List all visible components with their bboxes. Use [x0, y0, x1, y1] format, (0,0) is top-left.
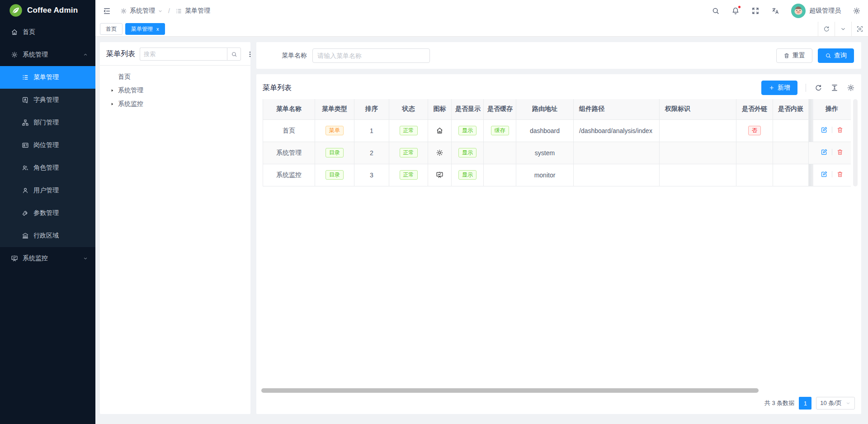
tree-search-input[interactable]	[140, 48, 227, 61]
sidebar-group-monitor[interactable]: 系统监控	[0, 247, 95, 270]
fixed-column-shadow	[809, 142, 813, 164]
wrench-icon	[22, 210, 29, 217]
sidebar-item-label: 岗位管理	[33, 141, 59, 149]
delete-icon[interactable]	[836, 126, 844, 133]
breadcrumb-item[interactable]: 系统管理	[130, 7, 155, 15]
sidebar-item-dept-mgmt[interactable]: 部门管理	[0, 111, 95, 134]
sidebar-item-dict-mgmt[interactable]: 字典管理	[0, 89, 95, 111]
tab-controls	[818, 22, 868, 36]
gear-icon	[436, 149, 443, 157]
horizontal-scrollbar-thumb[interactable]	[261, 388, 759, 393]
reset-button[interactable]: 重置	[776, 48, 812, 63]
settings-gear-icon[interactable]	[853, 7, 861, 15]
query-button[interactable]: 查询	[818, 48, 854, 63]
right-column: 菜单名称 重置 查询	[256, 42, 861, 414]
col-route-path: 路由地址	[516, 99, 574, 119]
delete-icon[interactable]	[836, 171, 844, 178]
notification-dot	[738, 5, 741, 9]
notification-bell-icon[interactable]	[731, 7, 740, 15]
menu-name-input[interactable]	[312, 48, 430, 63]
cell-icon	[428, 142, 452, 164]
action-divider	[832, 149, 832, 155]
cell-cache	[484, 164, 516, 186]
sidebar-item-label: 行政区域	[33, 232, 59, 240]
sidebar-item-post-mgmt[interactable]: 岗位管理	[0, 134, 95, 157]
tree-node-monitor[interactable]: 系统监控	[103, 97, 248, 111]
add-button[interactable]: 新增	[761, 81, 797, 95]
cell-route-path: monitor	[516, 164, 574, 186]
user-name: 超级管理员	[809, 7, 841, 15]
chevron-down-icon	[845, 400, 851, 406]
tree-search	[140, 48, 241, 61]
id-card-icon	[22, 142, 29, 149]
cell-visible: 显示	[452, 119, 484, 142]
edit-icon[interactable]	[821, 148, 828, 156]
plus-icon	[769, 85, 775, 91]
sidebar-group-label: 系统管理	[23, 51, 48, 59]
sidebar-item-menu-mgmt[interactable]: 菜单管理	[0, 66, 95, 89]
refresh-icon[interactable]	[814, 84, 822, 92]
bank-icon	[22, 232, 29, 239]
menu-table: 菜单名称 菜单类型 排序 状态 图标 是否显示 是否缓存 路由地址 组件路径 权…	[263, 99, 851, 186]
tree-node-system[interactable]: 系统管理	[103, 84, 248, 97]
table-header-row: 菜单名称 菜单类型 排序 状态 图标 是否显示 是否缓存 路由地址 组件路径 权…	[263, 99, 851, 119]
density-icon[interactable]	[830, 84, 839, 92]
column-settings-gear-icon[interactable]	[847, 84, 855, 92]
table-title: 菜单列表	[263, 83, 292, 93]
cell-cache	[484, 142, 516, 164]
page-size-select[interactable]: 10 条/页	[816, 397, 855, 410]
cell-permission	[660, 164, 736, 186]
cell-component-path	[574, 142, 660, 164]
app-title: Coffee Admin	[27, 6, 78, 15]
chevron-down-icon[interactable]	[158, 9, 163, 14]
gear-icon	[120, 8, 127, 14]
tab-close-icon[interactable]: x	[156, 27, 159, 32]
app-root: Coffee Admin 首页 系统管理 菜单管理 字典管理 部门管理	[0, 0, 868, 424]
sidebar-group-system[interactable]: 系统管理	[0, 43, 95, 66]
tree-node-label: 系统管理	[118, 86, 143, 95]
app-logo: Coffee Admin	[0, 0, 95, 21]
edit-icon[interactable]	[821, 171, 828, 178]
sidebar-item-role-mgmt[interactable]: 角色管理	[0, 157, 95, 179]
reset-label: 重置	[793, 52, 805, 60]
sidebar-item-param-mgmt[interactable]: 参数管理	[0, 202, 95, 224]
tab-menu-mgmt[interactable]: 菜单管理 x	[125, 23, 165, 35]
tab-maximize-icon[interactable]	[851, 22, 868, 36]
caret-right-icon[interactable]	[109, 88, 115, 93]
external-badge: 否	[748, 126, 761, 135]
sidebar-item-region[interactable]: 行政区域	[0, 224, 95, 247]
fullscreen-icon[interactable]	[751, 7, 760, 15]
sidebar-item-label: 部门管理	[33, 119, 59, 127]
tree-panel-header: 菜单列表	[100, 42, 250, 66]
tree-more-menu-icon[interactable]	[245, 51, 255, 58]
tab-home[interactable]: 首页	[100, 23, 123, 35]
breadcrumb-separator: /	[168, 7, 170, 14]
search-icon[interactable]	[712, 7, 720, 15]
translate-icon[interactable]	[771, 7, 779, 15]
col-component-path: 组件路径	[574, 99, 660, 119]
vertical-scrollbar[interactable]	[853, 99, 858, 186]
sidebar-item-user-mgmt[interactable]: 用户管理	[0, 179, 95, 202]
tree-search-button[interactable]	[227, 48, 241, 61]
caret-right-icon[interactable]	[109, 102, 115, 106]
delete-icon[interactable]	[836, 148, 844, 156]
tab-dropdown-icon[interactable]	[835, 22, 851, 36]
type-badge: 目录	[326, 148, 344, 157]
cell-actions	[813, 119, 851, 142]
edit-icon[interactable]	[821, 126, 828, 133]
cell-actions	[813, 142, 851, 164]
sidebar-group-label: 系统监控	[23, 254, 48, 262]
tab-refresh-icon[interactable]	[818, 22, 835, 36]
cell-order: 1	[354, 119, 389, 142]
user-menu[interactable]: 超级管理员	[791, 4, 841, 18]
pagination-page-1[interactable]: 1	[799, 397, 811, 410]
home-icon	[11, 29, 18, 36]
menu-fold-icon[interactable]	[103, 7, 111, 15]
sidebar-item-home[interactable]: 首页	[0, 21, 95, 43]
sidebar-item-label: 首页	[23, 28, 35, 36]
type-badge: 菜单	[326, 126, 344, 135]
tree-node-home[interactable]: 首页	[103, 70, 248, 84]
tab-label: 首页	[106, 25, 117, 33]
action-divider	[832, 127, 832, 133]
search-icon	[231, 51, 237, 57]
